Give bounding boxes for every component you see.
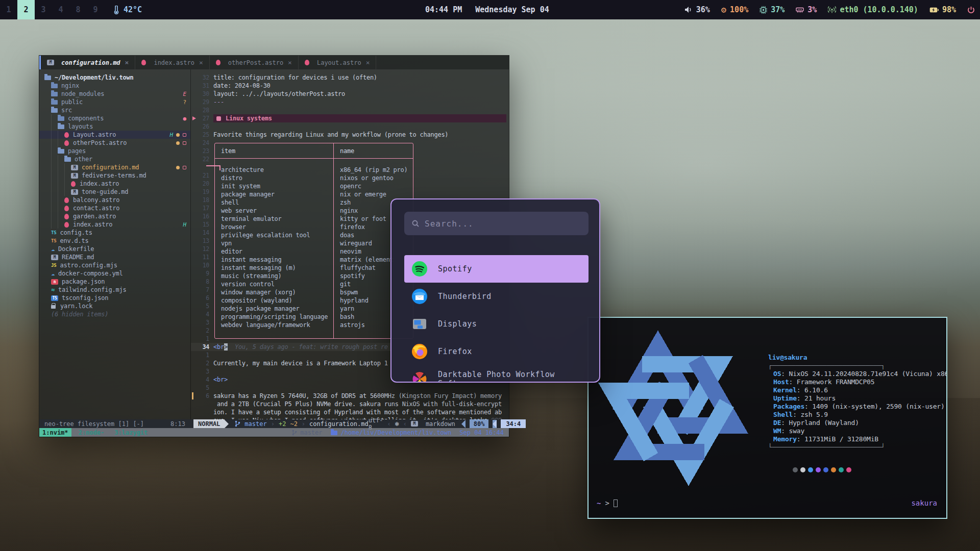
launcher-search[interactable] — [404, 212, 589, 235]
table-row: nodejs package manageryarn — [215, 305, 413, 313]
fetch-field-kernel: Kernel: 6.10.6 — [768, 386, 947, 394]
close-icon[interactable]: × — [199, 59, 203, 66]
tree-item[interactable]: Mconfiguration.md — [39, 163, 190, 171]
tab-otherPost.astro[interactable]: otherPost.astro× — [210, 56, 299, 69]
tree-item[interactable]: yarn.lock — [39, 302, 190, 310]
launcher-item-label: Spotify — [438, 264, 472, 273]
tree-item-label: Layout.astro — [73, 131, 116, 138]
file-explorer[interactable]: ~/Development/liv.townnginxnode_modulesE… — [39, 69, 190, 419]
workspace-2[interactable]: 2 — [17, 0, 35, 19]
tree-item[interactable]: nginx — [39, 82, 190, 90]
table-column-divider — [333, 143, 334, 338]
tmux-window-1:nvim*[interactable]: 1:nvim* — [39, 428, 71, 437]
fetch-field-label: DE — [773, 419, 781, 427]
astro-file-icon — [64, 222, 69, 228]
tree-item[interactable]: ☁Dockerfile — [39, 245, 190, 253]
tree-item[interactable]: MREADME.md — [39, 253, 190, 261]
tmux-window-3:lazygit[interactable]: 3:lazygit — [111, 429, 151, 436]
tree-item[interactable]: Mfediverse-terms.md — [39, 171, 190, 180]
tree-item-label: configuration.md — [82, 164, 139, 171]
table-cell-name: matrix (element — [333, 256, 394, 263]
tree-item[interactable]: TStsconfig.json — [39, 294, 190, 302]
tab-index.astro[interactable]: index.astro× — [135, 56, 209, 69]
tree-item[interactable]: TSenv.d.ts — [39, 237, 190, 245]
tree-item[interactable]: public? — [39, 98, 190, 106]
tree-item[interactable]: index.astro — [39, 180, 190, 188]
tab-Layout.astro[interactable]: Layout.astro× — [299, 56, 377, 69]
table-row: webdev language/frameworkastrojs — [215, 321, 413, 329]
git-branch-name: master — [244, 420, 266, 428]
tree-item[interactable]: ☁docker-compose.yml — [39, 269, 190, 278]
tree-item[interactable]: garden.astro — [39, 212, 190, 220]
tree-item[interactable]: index.astroH — [39, 220, 190, 229]
workspace-9[interactable]: 9 — [87, 0, 104, 19]
tree-item[interactable]: pages — [39, 147, 190, 155]
tree-item[interactable]: ≈tailwind.config.mjs — [39, 286, 190, 294]
astro-file-icon — [216, 60, 220, 65]
app-launcher[interactable]: SpotifyThunderbirdDisplaysFirefoxDarktab… — [390, 198, 600, 383]
temperature-value: 42°C — [124, 5, 142, 14]
tab-configuration.md[interactable]: Mconfiguration.md× — [41, 56, 135, 69]
power-button[interactable] — [967, 6, 975, 14]
line-number: 1 — [191, 335, 209, 342]
tree-item[interactable]: node_modulesE — [39, 90, 190, 98]
git-change-sign — [192, 392, 193, 399]
network-widget: eth0 (10.0.0.140) — [828, 5, 918, 14]
firefox-icon — [411, 343, 428, 360]
table-cell-name: astrojs — [333, 321, 365, 329]
shell-prompt[interactable]: ~ > — [597, 499, 618, 507]
fetch-terminal[interactable]: liv@sakura ┌────────────────────────────… — [587, 317, 947, 519]
launcher-item-darktable-photo-workflow-software[interactable]: Darktable Photo Workflow Software — [404, 365, 589, 382]
tree-item-label: nginx — [61, 82, 79, 89]
fetch-info: liv@sakura ┌────────────────────────────… — [768, 354, 947, 452]
line-number: 9 — [191, 270, 209, 277]
prompt-symbol: > — [605, 499, 609, 507]
tree-item[interactable]: components● — [39, 114, 190, 122]
tree-item[interactable]: contact.astro — [39, 204, 190, 212]
tree-item[interactable]: ~/Development/liv.town — [39, 73, 190, 82]
search-input[interactable] — [425, 219, 581, 229]
launcher-item-firefox[interactable]: Firefox — [404, 338, 589, 365]
tree-item[interactable]: layouts — [39, 122, 190, 131]
tree-item[interactable]: TSconfig.ts — [39, 229, 190, 237]
launcher-item-displays[interactable]: Displays — [404, 310, 589, 338]
tmux-window-2:node-[interactable]: 2:node- — [76, 429, 108, 436]
tree-item[interactable]: npackage.json — [39, 278, 190, 286]
search-icon — [411, 219, 420, 228]
tree-item[interactable]: JSastro.config.mjs — [39, 261, 190, 269]
close-icon[interactable]: × — [288, 59, 292, 66]
fetch-field-value: : Framework FRANMDCP05 — [789, 378, 875, 386]
indent-guide — [44, 171, 51, 180]
table-cell-item: nodejs package manager — [215, 305, 333, 312]
launcher-item-thunderbird[interactable]: Thunderbird — [404, 283, 589, 310]
table-row: instant messaging (m)fluffychat — [215, 264, 413, 272]
indent-guide — [44, 261, 51, 269]
indent-guide — [58, 163, 64, 171]
workspace-1[interactable]: 1 — [0, 0, 17, 19]
indent-guide — [51, 114, 58, 122]
launcher-item-spotify[interactable]: Spotify — [404, 255, 589, 283]
indent-guide — [64, 180, 71, 188]
tailwind-icon: ≈ — [51, 286, 55, 293]
indent-guide — [44, 278, 51, 286]
indent-guide — [44, 286, 51, 294]
fetch-field-value: : sway — [781, 427, 804, 435]
line-number: 16 — [191, 213, 209, 220]
workspace-4[interactable]: 4 — [52, 0, 69, 19]
indent-guide — [58, 204, 64, 212]
tree-item[interactable]: Mtone-guide.md — [39, 188, 190, 196]
tree-item[interactable]: (6 hidden items) — [39, 310, 190, 318]
close-icon[interactable]: × — [366, 59, 370, 66]
close-icon[interactable]: × — [125, 59, 129, 66]
indent-guide — [44, 196, 51, 204]
workspace-3[interactable]: 3 — [35, 0, 52, 19]
tree-item[interactable]: src — [39, 106, 190, 114]
tree-item[interactable]: other — [39, 155, 190, 163]
tree-item[interactable]: otherPost.astro — [39, 139, 190, 147]
workspace-8[interactable]: 8 — [69, 0, 87, 19]
typescript-file-icon: TS — [51, 238, 56, 243]
tree-item[interactable]: Layout.astroH — [39, 131, 190, 139]
table-cell-item: editor — [215, 248, 333, 255]
tree-item[interactable]: balcony.astro — [39, 196, 190, 204]
status-badge: H — [170, 132, 173, 138]
